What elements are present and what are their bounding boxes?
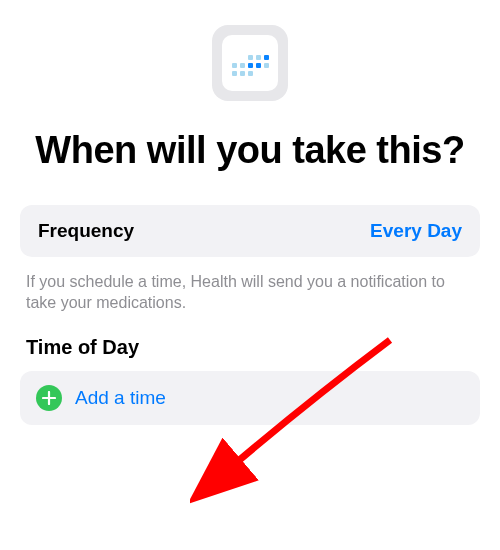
header-icon-container xyxy=(20,25,480,101)
frequency-value: Every Day xyxy=(370,220,462,242)
schedule-hint: If you schedule a time, Health will send… xyxy=(26,271,474,314)
time-of-day-title: Time of Day xyxy=(26,336,474,359)
frequency-label: Frequency xyxy=(38,220,134,242)
frequency-row[interactable]: Frequency Every Day xyxy=(20,205,480,257)
plus-icon xyxy=(36,385,62,411)
add-time-label: Add a time xyxy=(75,387,166,409)
page-title: When will you take this? xyxy=(20,129,480,173)
add-time-button[interactable]: Add a time xyxy=(20,371,480,425)
calendar-icon xyxy=(212,25,288,101)
